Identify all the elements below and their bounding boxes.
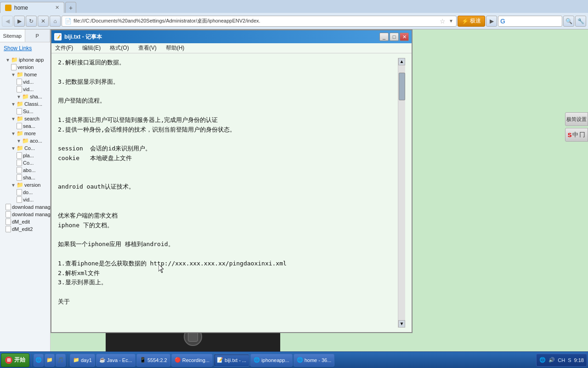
back-button[interactable]: ◀ (2, 16, 13, 27)
tab-favicon (5, 5, 11, 11)
taskbar-iphoneapp[interactable]: 🌐 iphoneapp... (250, 354, 293, 367)
taskbar-home[interactable]: 🌐 home - 36... (294, 354, 335, 367)
tab-close-button[interactable]: ✕ (55, 5, 59, 11)
tree-item-dmedit[interactable]: dM_edit (0, 218, 50, 225)
tree-item-co2[interactable]: Co... (0, 159, 50, 167)
tree-item-dmedit2[interactable]: dM_edit2 (0, 225, 50, 233)
scroll-up-button[interactable]: ▲ (398, 58, 405, 65)
tree-item-vid2[interactable]: vid... (0, 86, 50, 93)
tree-item-version[interactable]: version (0, 63, 50, 71)
file-icon (17, 152, 22, 159)
tree-item-do[interactable]: do... (0, 189, 50, 196)
address-bar[interactable]: 📄 file:///C:/Documents%20and%20Settings/… (62, 16, 457, 27)
folder-icon: 📁 (17, 130, 23, 137)
start-button[interactable]: ⊞ 开始 (1, 353, 29, 367)
search-bar[interactable]: G (498, 16, 562, 27)
tab-title: home (14, 5, 28, 11)
folder-icon: 📁 (17, 115, 23, 122)
menu-view[interactable]: 查看(V) (136, 43, 158, 53)
speed-label: 极速 (470, 17, 481, 25)
notepad-scrollbar[interactable]: ▲ ▼ (398, 58, 405, 328)
tray-network-icon: 🌐 (539, 357, 546, 363)
folder-icon: 📁 (17, 145, 23, 151)
system-tray: 🌐 🔊 CH S 9:18 (536, 354, 587, 367)
home-button[interactable]: ⌂ (50, 16, 61, 27)
bookmark-star-icon[interactable]: ☆ (440, 17, 447, 25)
speed-dial-button[interactable]: ⚡ 极速 (458, 16, 485, 27)
taskbar-day1[interactable]: 📁 day1 (70, 354, 95, 367)
tree-item-vid1[interactable]: vid... (0, 78, 50, 86)
tree-item-dlm1[interactable]: download manager1 (0, 211, 50, 218)
ime-btn[interactable]: S 中 冂 (565, 128, 588, 142)
tree-item-more[interactable]: ▼ 📁 more (0, 130, 50, 137)
tray-ime[interactable]: S (568, 357, 571, 363)
menu-file[interactable]: 文件(F) (53, 43, 75, 53)
tab-sitemap[interactable]: Sitemap (0, 29, 25, 42)
tree-item-sha[interactable]: ▼ 📁 sha... (0, 93, 50, 100)
tree-item-sha2[interactable]: sha... (0, 174, 50, 181)
tree-item-search[interactable]: ▼ 📁 search (0, 115, 50, 122)
new-tab-button[interactable]: + (65, 2, 76, 13)
media-play-button[interactable]: ▶ (486, 16, 497, 27)
folder-icon: 📁 (17, 182, 23, 188)
magnify-button[interactable]: 🔍 (563, 16, 574, 27)
tools-button[interactable]: 🔧 (575, 16, 586, 27)
notepad-text-content: 2.解析接口返回的数据。 3.把数据显示到界面。 用户登陆的流程。 1.提供界面… (58, 58, 398, 307)
file-icon (17, 123, 22, 129)
stop-button[interactable]: ✕ (38, 16, 49, 27)
tree-item-aco[interactable]: ▼ 📁 aco... (0, 137, 50, 144)
scroll-down-button[interactable]: ▼ (398, 320, 405, 328)
tree-item-vid3[interactable]: vid... (0, 196, 50, 203)
notepad-close-button[interactable]: ✕ (400, 33, 409, 41)
tree-item-co[interactable]: ▼ 📁 Co... (0, 144, 50, 152)
tree-item-version2[interactable]: ▼ 📁 version (0, 181, 50, 189)
address-dropdown-icon[interactable]: ▼ (449, 18, 453, 23)
taskbar-rec-icon: 🔴 (175, 357, 181, 363)
show-links-button[interactable]: Show Links (0, 42, 50, 54)
tree-label: abo... (23, 167, 36, 173)
jijian-settings-button[interactable]: 极简设置 (565, 112, 588, 126)
notepad-minimize-button[interactable]: _ (379, 33, 389, 41)
notepad-text[interactable]: 2.解析接口返回的数据。 3.把数据显示到界面。 用户登陆的流程。 1.提供界面… (58, 58, 398, 328)
taskbar-day1-label: day1 (81, 357, 92, 363)
tree-label: sea... (23, 123, 35, 129)
scroll-thumb[interactable] (399, 73, 405, 100)
tree-item-pla[interactable]: pla... (0, 152, 50, 159)
tree-label: dM_edit (12, 219, 30, 224)
taskbar-quick-ie[interactable]: 🌐 (34, 354, 44, 367)
taskbar-biji[interactable]: 📝 biji.txt - ... (214, 354, 249, 367)
nav-bar: ◀ ▶ ↻ ✕ ⌂ 📄 file:///C:/Documents%20and%2… (0, 13, 588, 29)
tab-p[interactable]: P (25, 29, 51, 42)
menu-help[interactable]: 帮助(H) (164, 43, 187, 53)
tray-lang[interactable]: CH (558, 357, 565, 363)
lightning-icon: ⚡ (462, 18, 469, 24)
tree-item-abo[interactable]: abo... (0, 167, 50, 174)
forward-button[interactable]: ▶ (14, 16, 25, 27)
expand-arrow-icon: ▼ (17, 94, 21, 99)
notepad-maximize-button[interactable]: □ (390, 33, 399, 41)
tree-item-dlm2[interactable]: download manager2 (0, 203, 50, 211)
menu-edit[interactable]: 编辑(E) (80, 43, 102, 53)
tree-item-iphone-app[interactable]: ▼ 📁 iphone app (0, 56, 50, 63)
taskbar-emu[interactable]: 📱 5554:2.2 (136, 354, 170, 367)
tab-bar: home ✕ + (0, 0, 588, 13)
taskbar-quick-folder[interactable]: 📁 (45, 354, 55, 367)
taskbar-separator2 (68, 354, 68, 367)
tree-item-classi[interactable]: ▼ 📁 Classi... (0, 100, 50, 108)
menu-format[interactable]: 格式(O) (108, 43, 130, 53)
taskbar-java[interactable]: ☕ Java - Ec... (96, 354, 136, 367)
taskbar-iphoneapp-icon: 🌐 (254, 357, 260, 363)
tree-item-sea[interactable]: sea... (0, 122, 50, 130)
tree-label: version (17, 64, 34, 70)
taskbar-quick-media[interactable]: 🎵 (56, 354, 66, 367)
browser-window: home ✕ + ◀ ▶ ↻ ✕ ⌂ 📄 file:///C:/Document… (0, 0, 588, 368)
notepad-content[interactable]: 2.解析接口返回的数据。 3.把数据显示到界面。 用户登陆的流程。 1.提供界面… (51, 53, 412, 332)
tree-item-home[interactable]: ▼ 📁 home (0, 71, 50, 78)
taskbar-recording[interactable]: 🔴 Recording... (171, 354, 213, 367)
file-icon (17, 196, 22, 203)
refresh-button[interactable]: ↻ (26, 16, 37, 27)
tree-item-su[interactable]: Su... (0, 108, 50, 115)
notepad-titlebar[interactable]: 📝 biji.txt - 记事本 _ □ ✕ (51, 30, 412, 43)
browser-tab-home[interactable]: home ✕ (0, 2, 64, 13)
tree-label: Classi... (24, 101, 42, 107)
